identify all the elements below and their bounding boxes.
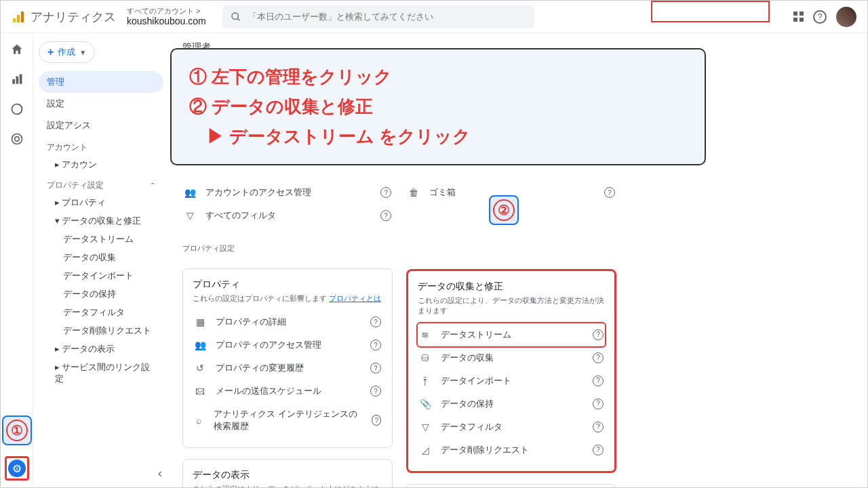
explore-icon[interactable] <box>9 101 25 117</box>
create-button[interactable]: + 作成 ▼ <box>39 41 95 63</box>
marker-one: ① <box>2 415 32 445</box>
svg-rect-6 <box>16 77 18 84</box>
search-icon <box>231 12 241 22</box>
data-display-card: データの表示 これらの設定により、データがレポート上にどのように表示されるかが決… <box>182 459 393 487</box>
database-icon: ⛁ <box>419 352 431 363</box>
sidebar-item-admin[interactable]: 管理 <box>39 71 163 93</box>
row-data-stream[interactable]: ≋データストリーム? <box>416 322 606 348</box>
sidebar-item-data-retention[interactable]: データの保持 <box>39 285 163 304</box>
admin-gear-highlight: ⚙ <box>5 456 29 481</box>
sidebar-item-data-filter[interactable]: データフィルタ <box>39 304 163 322</box>
gear-icon[interactable]: ⚙ <box>8 460 26 477</box>
svg-rect-7 <box>19 75 22 84</box>
filter-icon: ▽ <box>419 422 431 432</box>
row-data-collection[interactable]: ⛁データの収集? <box>418 346 605 369</box>
instruction-line3: ▶ データストリーム をクリック <box>189 121 687 151</box>
svg-line-4 <box>237 18 239 20</box>
search-history-icon: ⌕ <box>194 415 204 426</box>
svg-point-10 <box>14 137 19 142</box>
instruction-overlay: ① 左下の管理をクリック ② データの収集と修正 ▶ データストリーム をクリッ… <box>170 48 706 165</box>
brand-label: アナリティクス <box>31 9 116 25</box>
help-small-icon[interactable]: ? <box>380 210 391 221</box>
help-icon[interactable]: ? <box>813 10 827 24</box>
create-label: 作成 <box>58 46 75 58</box>
property-link[interactable]: プロパティとは <box>329 294 381 302</box>
people-icon: 👥 <box>194 340 206 350</box>
sidebar-item-property[interactable]: ▸ プロパティ <box>39 194 163 212</box>
ads-icon[interactable] <box>9 131 25 147</box>
row-data-retention[interactable]: 📎データの保持? <box>418 392 605 415</box>
collapse-icon[interactable]: ‹ <box>158 466 162 481</box>
search-input[interactable] <box>248 12 526 22</box>
filter-icon: ▽ <box>184 210 196 221</box>
help-small-icon[interactable]: ? <box>370 386 381 396</box>
account-settings-rows: 👥アカウントのアクセス管理? ▽すべてのフィルタ? <box>182 181 393 227</box>
row-property-history[interactable]: ↺プロパティの変更履歴? <box>193 357 382 380</box>
chevron-down-icon: ▼ <box>79 49 86 56</box>
svg-rect-0 <box>13 18 16 22</box>
row-mail-schedule[interactable]: 🖂メールの送信スケジュール? <box>193 380 382 403</box>
help-small-icon[interactable]: ? <box>604 187 615 198</box>
avatar[interactable] <box>836 7 856 27</box>
account-all-label: すべてのアカウント > <box>127 7 206 16</box>
upload-icon: ⭱ <box>419 375 431 386</box>
mail-icon: 🖂 <box>194 386 206 396</box>
sidebar-item-setup-assist[interactable]: 設定アシス <box>39 115 163 136</box>
row-data-import[interactable]: ⭱データインポート? <box>418 369 605 392</box>
row-all-filters[interactable]: ▽すべてのフィルタ? <box>182 204 393 227</box>
sidebar-item-data-collection[interactable]: データの収集 <box>39 249 163 267</box>
plus-icon: + <box>47 46 54 58</box>
help-small-icon[interactable]: ? <box>372 415 381 426</box>
detail-icon: ▦ <box>194 317 206 327</box>
sidebar-item-settings[interactable]: 設定 <box>39 93 163 115</box>
row-ai-history[interactable]: ⌕アナリティクス インテリジェンスの検索履歴? <box>193 403 382 438</box>
home-icon[interactable] <box>9 41 25 58</box>
stream-icon: ≋ <box>419 329 431 340</box>
property-card: プロパティ これらの設定はプロパティに影響します プロパティとは ▦プロパティの… <box>182 268 393 448</box>
property-section-label: プロパティ設定 <box>182 243 393 253</box>
reports-icon[interactable] <box>9 71 25 87</box>
sidebar-item-data-display[interactable]: ▸ データの表示 <box>39 340 163 359</box>
help-small-icon[interactable]: ? <box>370 363 381 373</box>
row-property-access[interactable]: 👥プロパティのアクセス管理? <box>193 333 382 357</box>
row-account-access[interactable]: 👥アカウントのアクセス管理? <box>182 181 393 204</box>
svg-point-9 <box>12 134 22 144</box>
apps-icon[interactable] <box>793 12 804 22</box>
help-small-icon[interactable]: ? <box>593 445 604 455</box>
collect-card-title: データの収集と修正 <box>418 281 605 293</box>
help-small-icon[interactable]: ? <box>370 317 381 327</box>
help-small-icon[interactable]: ? <box>593 399 604 409</box>
sidebar-item-data-collect[interactable]: ▾ データの収集と修正 <box>39 212 163 230</box>
people-icon: 👥 <box>184 187 196 198</box>
svg-point-3 <box>232 13 238 19</box>
help-small-icon[interactable]: ? <box>380 187 391 198</box>
history-icon: ↺ <box>194 363 206 373</box>
help-small-icon[interactable]: ? <box>593 422 604 432</box>
property-card-title: プロパティ <box>193 279 382 291</box>
account-domain: koushikoubou.com <box>127 16 206 27</box>
row-data-delete[interactable]: ◿データ削除リクエスト? <box>418 439 605 462</box>
sidebar-item-service-link[interactable]: ▸ サービス間のリンク設定 <box>39 359 163 388</box>
sidebar-item-data-import[interactable]: データインポート <box>39 267 163 285</box>
svg-rect-1 <box>17 15 20 22</box>
service-links-card: サービス間のリンク設定 これらの設定により、このプロパティにリンクするサービスが… <box>406 484 616 487</box>
admin-sidebar: + 作成 ▼ 管理 設定 設定アシス アカウント ▸ アカウン プロパティ設定⌃… <box>33 33 169 487</box>
marker-two: ② <box>489 195 519 225</box>
help-small-icon[interactable]: ? <box>593 352 604 363</box>
sidebar-item-data-stream[interactable]: データストリーム <box>39 230 163 249</box>
clip-icon: 📎 <box>419 399 431 409</box>
help-small-icon[interactable]: ? <box>370 340 381 350</box>
trash-icon: 🗑 <box>408 187 420 198</box>
svg-rect-5 <box>12 79 15 84</box>
help-small-icon[interactable]: ? <box>593 329 604 340</box>
account-selector[interactable]: すべてのアカウント > koushikoubou.com <box>127 7 206 27</box>
sidebar-item-data-delete[interactable]: データ削除リクエスト <box>39 322 163 340</box>
data-collect-card: データの収集と修正 これらの設定により、データの収集方法と変更方法が決まります … <box>406 269 616 473</box>
display-card-title: データの表示 <box>193 469 382 481</box>
sidebar-item-account[interactable]: ▸ アカウン <box>39 156 163 174</box>
collect-card-desc: これらの設定により、データの収集方法と変更方法が決まります <box>418 296 605 317</box>
help-small-icon[interactable]: ? <box>593 375 604 386</box>
row-property-detail[interactable]: ▦プロパティの詳細? <box>193 310 382 333</box>
search-box[interactable] <box>222 5 534 28</box>
row-data-filter[interactable]: ▽データフィルタ? <box>418 415 605 439</box>
